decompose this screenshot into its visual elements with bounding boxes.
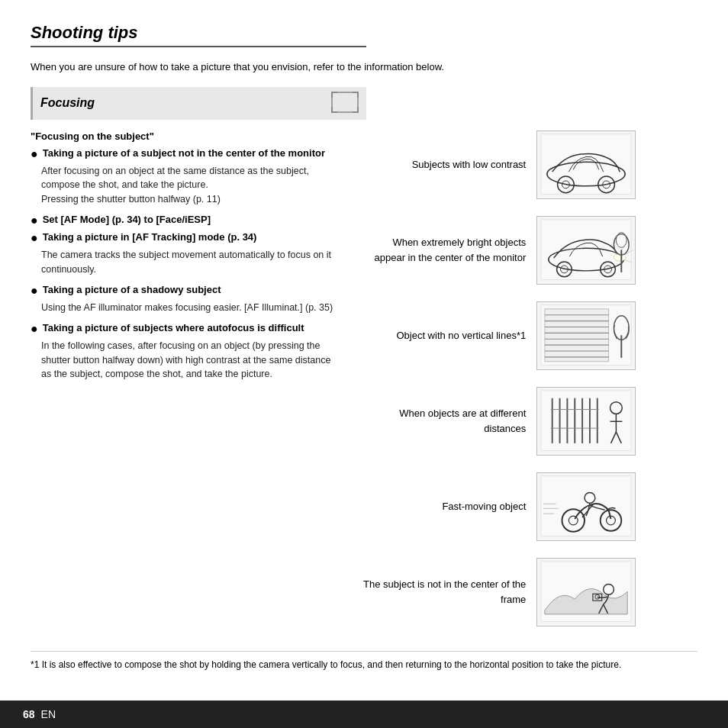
left-column: "Focusing on the subject" ● Taking a pic…: [31, 130, 353, 643]
list-item: Subjects with low contrast: [361, 130, 697, 199]
intro-text: When you are unsure of how to take a pic…: [31, 60, 697, 75]
sub-text: Using the AF illuminator makes focusing …: [41, 301, 338, 315]
section-title: Focusing: [40, 96, 95, 110]
svg-rect-32: [541, 391, 631, 451]
section-header: Focusing: [31, 87, 366, 120]
bullet-icon: ●: [31, 321, 38, 336]
illustration-car: [536, 130, 636, 199]
item-label: Object with no vertical lines*1: [361, 328, 536, 343]
list-item: Fast-moving object: [361, 472, 697, 541]
item-label: The subject is not in the center of the …: [361, 577, 536, 607]
item-label: Subjects with low contrast: [361, 157, 536, 172]
page-title: Shooting tips: [31, 23, 366, 47]
focusing-quote: "Focusing on the subject": [31, 130, 338, 142]
list-item: When objects are at different distances: [361, 387, 697, 456]
list-item: ● Taking a picture in [AF Tracking] mode…: [31, 230, 338, 245]
focus-frame-icon: [331, 92, 359, 115]
list-item: ● Taking a picture of a subject not in t…: [31, 147, 338, 161]
right-column: Subjects with low contrast: [353, 130, 697, 643]
sub-text: After focusing on an object at the same …: [41, 164, 338, 207]
page-number: 68: [23, 708, 35, 720]
svg-rect-21: [545, 309, 609, 362]
illustration-distances: [536, 387, 636, 456]
list-item: The subject is not in the center of the …: [361, 558, 697, 627]
item-label: Fast-moving object: [361, 499, 536, 514]
illustration-bright: [536, 216, 636, 285]
content-area: "Focusing on the subject" ● Taking a pic…: [31, 130, 697, 643]
bullet-label: Set [AF Mode] (p. 34) to [Face/iESP]: [43, 213, 211, 227]
svg-rect-0: [332, 92, 358, 112]
bullet-icon: ●: [31, 213, 38, 227]
bullet-icon: ●: [31, 230, 38, 245]
list-item: ● Taking a picture of a shadowy subject: [31, 283, 338, 298]
bullet-icon: ●: [31, 147, 38, 161]
bullet-label: Taking a picture in [AF Tracking] mode (…: [43, 230, 257, 244]
language-label: EN: [41, 708, 56, 720]
bullet-label: Taking a picture of a shadowy subject: [43, 283, 221, 297]
bullet-icon: ●: [31, 283, 38, 298]
list-item: When extremely bright objects appear in …: [361, 216, 697, 285]
item-label: When objects are at different distances: [361, 406, 536, 436]
footnote: *1 It is also effective to compose the s…: [31, 651, 697, 672]
illustration-moto: [536, 472, 636, 541]
page: Shooting tips When you are unsure of how…: [0, 0, 728, 728]
bullet-label: Taking a picture of subjects where autof…: [43, 321, 304, 335]
illustration-person: [536, 558, 636, 627]
footer: 68 EN: [0, 701, 728, 728]
sub-text: The camera tracks the subject movement a…: [41, 248, 338, 277]
sub-text: In the following cases, after focusing o…: [41, 339, 338, 382]
illustration-lines: [536, 301, 636, 370]
list-item: ● Taking a picture of subjects where aut…: [31, 321, 338, 336]
list-item: Object with no vertical lines*1: [361, 301, 697, 370]
item-label: When extremely bright objects appear in …: [361, 235, 536, 265]
svg-rect-1: [541, 134, 631, 195]
list-item: ● Set [AF Mode] (p. 34) to [Face/iESP]: [31, 213, 338, 227]
bullet-label: Taking a picture of a subject not in the…: [43, 147, 325, 160]
